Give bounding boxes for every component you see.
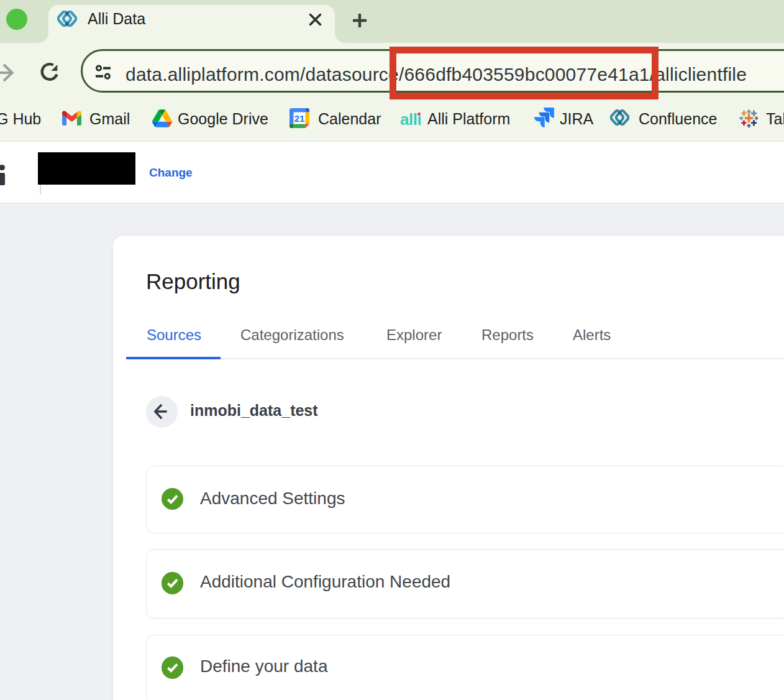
- svg-text:21: 21: [294, 113, 305, 124]
